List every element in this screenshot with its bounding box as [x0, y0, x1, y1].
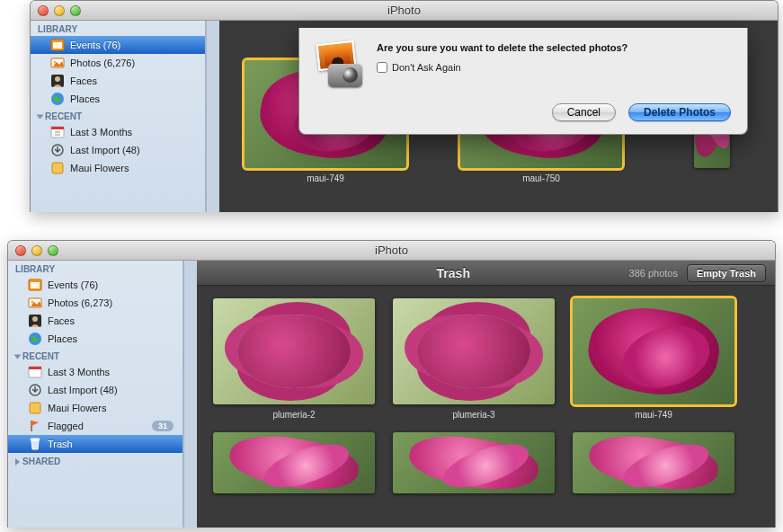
sidebar-item-label: Places — [70, 93, 100, 104]
section-recent[interactable]: Recent — [31, 108, 205, 123]
sidebar-item-label: Photos (6,273) — [48, 297, 112, 308]
flower-photo-icon — [393, 298, 555, 404]
photo-thumbnail[interactable]: plumeria-3 — [393, 298, 555, 420]
iphoto-window-delete-confirm: iPhoto Library Events (76) Photos (6,276… — [30, 0, 779, 212]
sidebar-item-label: Last Import (48) — [48, 385, 118, 395]
import-icon — [50, 143, 65, 157]
sidebar: Library Events (76) Photos (6,273) Faces… — [8, 261, 183, 528]
section-recent[interactable]: Recent — [8, 348, 182, 363]
cancel-button[interactable]: Cancel — [552, 103, 616, 121]
svg-rect-14 — [31, 282, 40, 288]
trash-icon — [28, 437, 42, 451]
empty-trash-button[interactable]: Empty Trash — [687, 264, 766, 282]
globe-icon — [50, 92, 65, 106]
faces-icon — [50, 74, 65, 88]
sidebar: Library Events (76) Photos (6,276) Faces… — [31, 21, 206, 212]
checkbox-label: Don't Ask Again — [392, 62, 461, 73]
window-title: iPhoto — [8, 244, 775, 257]
globe-icon — [28, 332, 42, 346]
dont-ask-again-checkbox[interactable]: Don't Ask Again — [377, 62, 731, 73]
thumbnail-grid — [197, 432, 775, 506]
count-badge: 31 — [152, 421, 174, 431]
import-icon — [28, 383, 42, 397]
titlebar[interactable]: iPhoto — [31, 1, 778, 21]
sidebar-item-label: Last Import (48) — [70, 145, 140, 155]
faces-icon — [28, 314, 42, 328]
disclosure-triangle-icon — [37, 114, 44, 119]
sidebar-item-events[interactable]: Events (76) — [8, 276, 182, 294]
zoom-icon[interactable] — [70, 5, 81, 16]
sidebar-item-label: Photos (6,276) — [70, 58, 135, 68]
sidebar-item-last-import[interactable]: Last Import (48) — [8, 381, 182, 399]
minimize-icon[interactable] — [54, 5, 65, 16]
photo-caption: plumeria-3 — [452, 410, 494, 420]
photo-caption: plumeria-2 — [272, 410, 315, 420]
svg-rect-12 — [52, 163, 63, 173]
section-library: Library — [8, 261, 182, 276]
window-title: iPhoto — [31, 4, 778, 17]
titlebar[interactable]: iPhoto — [8, 241, 775, 261]
sidebar-item-places[interactable]: Places — [8, 330, 182, 348]
flower-photo-icon — [213, 432, 375, 493]
flower-photo-icon — [213, 298, 375, 404]
minimize-icon[interactable] — [31, 245, 42, 256]
svg-rect-23 — [30, 403, 40, 413]
photo-thumbnail[interactable]: plumeria-2 — [213, 298, 375, 420]
sidebar-item-maui-flowers[interactable]: Maui Flowers — [31, 159, 205, 177]
zoom-icon[interactable] — [48, 245, 58, 256]
delete-photos-button[interactable]: Delete Photos — [628, 103, 731, 121]
close-icon[interactable] — [38, 5, 49, 16]
photo-thumbnail[interactable]: maui-749 — [573, 298, 734, 420]
sidebar-item-label: Trash — [48, 439, 73, 449]
section-shared[interactable]: Shared — [8, 453, 182, 468]
disclosure-triangle-icon — [15, 458, 20, 466]
sidebar-item-label: Faces — [70, 75, 97, 86]
view-title: Trash — [278, 266, 629, 280]
sidebar-item-label: Maui Flowers — [70, 163, 129, 173]
sidebar-item-trash[interactable]: Trash — [8, 435, 182, 453]
sidebar-item-maui-flowers[interactable]: Maui Flowers — [8, 399, 182, 417]
flower-photo-icon — [573, 298, 734, 404]
calendar-icon — [28, 365, 42, 379]
dialog-message: Are you sure you want to delete the sele… — [377, 42, 731, 53]
sidebar-item-photos[interactable]: Photos (6,276) — [31, 54, 205, 72]
photo-thumbnail[interactable] — [573, 432, 734, 493]
sidebar-item-photos[interactable]: Photos (6,273) — [8, 294, 182, 312]
sidebar-item-label: Places — [48, 333, 77, 344]
photo-thumbnail[interactable] — [213, 432, 375, 493]
sidebar-item-faces[interactable]: Faces — [8, 312, 182, 330]
close-icon[interactable] — [15, 245, 26, 256]
svg-rect-1 — [53, 42, 62, 49]
sidebar-item-label: Events (76) — [48, 279, 98, 290]
sidebar-item-places[interactable]: Places — [31, 90, 205, 108]
sidebar-item-faces[interactable]: Faces — [31, 72, 205, 90]
sidebar-scrollbar[interactable] — [183, 261, 197, 528]
checkbox-input[interactable] — [377, 62, 387, 73]
photo-thumbnail[interactable] — [393, 432, 555, 493]
calendar-icon — [50, 125, 65, 139]
sidebar-scrollbar[interactable] — [206, 21, 219, 212]
sidebar-item-last-3-months[interactable]: Last 3 Months — [8, 363, 182, 381]
sidebar-item-label: Faces — [48, 315, 75, 326]
flower-photo-icon — [573, 432, 734, 493]
sidebar-item-label: Flagged — [48, 421, 84, 431]
disclosure-triangle-icon — [14, 354, 22, 359]
svg-point-5 — [55, 76, 60, 82]
photo-caption: maui-749 — [635, 410, 672, 420]
section-library: Library — [31, 21, 205, 36]
photos-icon — [50, 56, 65, 70]
album-icon — [50, 161, 65, 175]
events-icon — [50, 38, 65, 52]
svg-rect-21 — [29, 367, 41, 369]
sidebar-item-label: Maui Flowers — [48, 403, 106, 413]
content-header: Trash 386 photos Empty Trash — [197, 261, 775, 286]
flag-icon — [28, 419, 42, 433]
sidebar-item-flagged[interactable]: Flagged 31 — [8, 417, 182, 435]
svg-point-3 — [54, 61, 57, 64]
sidebar-item-last-import[interactable]: Last Import (48) — [31, 141, 205, 159]
sidebar-item-events[interactable]: Events (76) — [31, 36, 205, 54]
photo-caption: maui-749 — [307, 173, 344, 183]
sidebar-item-last-3-months[interactable]: Last 3 Months — [31, 123, 205, 141]
photo-caption: maui-750 — [522, 173, 560, 183]
iphoto-window-trash: iPhoto Library Events (76) Photos (6,273… — [7, 240, 776, 528]
